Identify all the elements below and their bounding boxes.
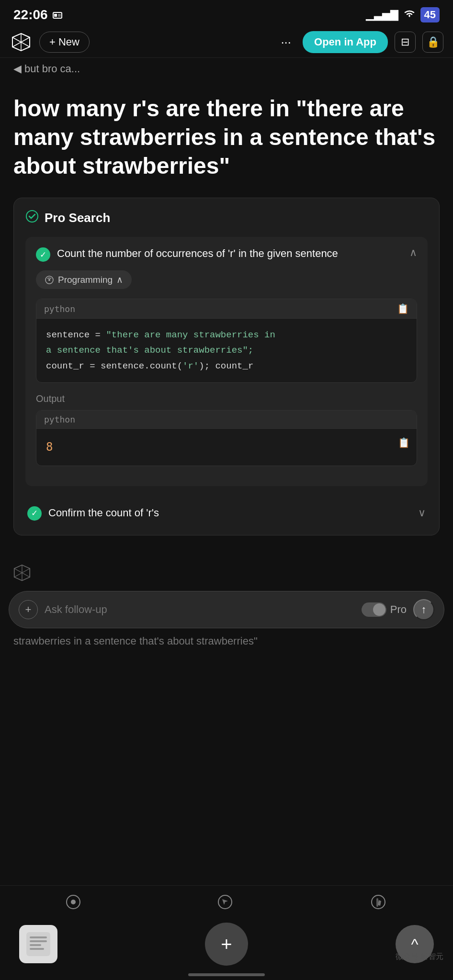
discover-icon [217, 894, 233, 913]
pro-search-card: Pro Search ✓ Count the number of occurre… [13, 198, 440, 535]
main-content: how many r's are there in "there are man… [0, 75, 453, 559]
home-icon [66, 894, 81, 913]
svg-rect-21 [30, 944, 41, 946]
signal-icon: ▁▃▅▇ [366, 9, 398, 21]
library-icon [371, 894, 386, 913]
pro-search-icon [25, 210, 39, 226]
ask-followup-input[interactable] [45, 603, 355, 616]
back-label: but bro ca... [24, 63, 80, 75]
step-2-expand-btn[interactable]: ∨ [418, 507, 426, 519]
bottom-logo-icon [13, 564, 31, 581]
pro-toggle-label: Pro [390, 603, 407, 616]
toggle-knob [373, 603, 385, 616]
back-arrow-icon: ◀ [13, 63, 22, 75]
time-display: 22:06 [13, 7, 48, 22]
programming-icon [45, 275, 54, 285]
sleep-icon [53, 11, 63, 19]
nav-bar: + New ··· Open in App ⊟ 🔒 [0, 27, 453, 58]
programming-tag[interactable]: Programming ∧ [36, 270, 132, 289]
ask-plus-icon: + [25, 603, 32, 616]
code-block-input: python 📋 sentence = "there are many stra… [36, 299, 417, 383]
pro-search-label: Pro Search [45, 211, 110, 225]
small-logo-section [0, 559, 453, 586]
watermark: 微众号·新智元 [396, 952, 443, 962]
plus-circle-button[interactable]: + [205, 923, 248, 966]
step-2-title: Confirm the count of 'r's [48, 507, 411, 519]
more-button[interactable]: ··· [276, 33, 296, 52]
open-app-button[interactable]: Open in App [303, 31, 388, 53]
bottom-action-bar: + ^ [0, 915, 453, 980]
chevron-up-icon: ^ [411, 935, 418, 953]
lock-button[interactable]: 🔒 [422, 32, 443, 53]
svg-point-9 [48, 279, 50, 281]
battery-badge: 45 [420, 7, 440, 22]
pro-toggle-switch[interactable] [362, 602, 386, 617]
svg-rect-1 [54, 14, 57, 17]
programming-chevron: ∧ [116, 274, 123, 285]
svg-rect-19 [30, 936, 47, 938]
note-thumbnail[interactable] [19, 925, 57, 963]
code-line-3: count_r = sentence.count('r'); count_r [46, 358, 407, 374]
home-svg [66, 894, 81, 910]
wifi-icon [403, 9, 416, 21]
logo-svg [11, 33, 31, 52]
copy-icon[interactable]: 📋 [397, 303, 409, 314]
confirm-step: ✓ Confirm the count of 'r's ∨ [25, 495, 428, 523]
pro-icon-svg [25, 210, 39, 223]
lock-icon: 🔒 [427, 36, 440, 48]
pro-toggle: Pro [362, 602, 407, 617]
step-1-collapse-btn[interactable]: ∧ [409, 246, 417, 259]
new-button[interactable]: + New [39, 32, 90, 53]
svg-rect-22 [30, 948, 44, 950]
step-1-check: ✓ [36, 247, 50, 262]
bookmark-button[interactable]: ⊟ [395, 32, 416, 53]
status-time: 22:06 [13, 7, 63, 22]
step-2-check: ✓ [27, 506, 42, 521]
pro-search-header: Pro Search [25, 210, 428, 226]
svg-rect-2 [58, 14, 61, 17]
code-content: sentence = "there are many strawberries … [36, 319, 417, 382]
output-copy-icon[interactable]: 📋 [398, 435, 410, 452]
bottom-snippet: strawberries in a sentence that's about … [0, 633, 453, 652]
output-section: Output python 8 📋 [36, 393, 417, 466]
send-icon: ↑ [421, 603, 427, 616]
note-thumbnail-svg [24, 930, 53, 958]
send-button[interactable]: ↑ [413, 599, 434, 620]
status-right: ▁▃▅▇ 45 [366, 7, 440, 22]
ask-followup-bar: + Pro ↑ [9, 591, 444, 628]
programming-label: Programming [58, 275, 113, 285]
code-line-1: sentence = "there are many strawberries … [46, 327, 407, 343]
back-nav[interactable]: ◀ but bro ca... [0, 58, 453, 75]
perplexity-logo [10, 31, 33, 54]
plus-icon: + [221, 934, 232, 955]
code-lang-text: python [44, 304, 75, 314]
output-content: 8 📋 [36, 429, 417, 466]
library-svg [371, 894, 386, 910]
output-label: Output [36, 393, 417, 404]
discover-svg [217, 894, 233, 910]
svg-point-15 [71, 900, 76, 904]
wifi-symbol [403, 9, 416, 18]
step-1-header: ✓ Count the number of occurrences of 'r'… [36, 246, 417, 262]
svg-rect-20 [30, 940, 47, 942]
output-lang-text: python [44, 414, 75, 424]
ask-plus-button[interactable]: + [19, 600, 38, 619]
status-bar: 22:06 ▁▃▅▇ 45 [0, 0, 453, 27]
output-value: 8 [46, 440, 53, 454]
output-code-block: python 8 📋 [36, 410, 417, 466]
bookmark-icon: ⊟ [401, 36, 409, 48]
step-1-card: ✓ Count the number of occurrences of 'r'… [25, 237, 428, 486]
code-line-2: a sentence that's about strawberries"; [46, 343, 407, 358]
step-1-title: Count the number of occurrences of 'r' i… [57, 246, 403, 261]
code-lang-python: python 📋 [36, 299, 417, 319]
home-indicator [188, 973, 265, 976]
output-lang-label: python [36, 411, 417, 429]
svg-point-7 [26, 211, 38, 222]
question-title: how many r's are there in "there are man… [13, 94, 440, 180]
